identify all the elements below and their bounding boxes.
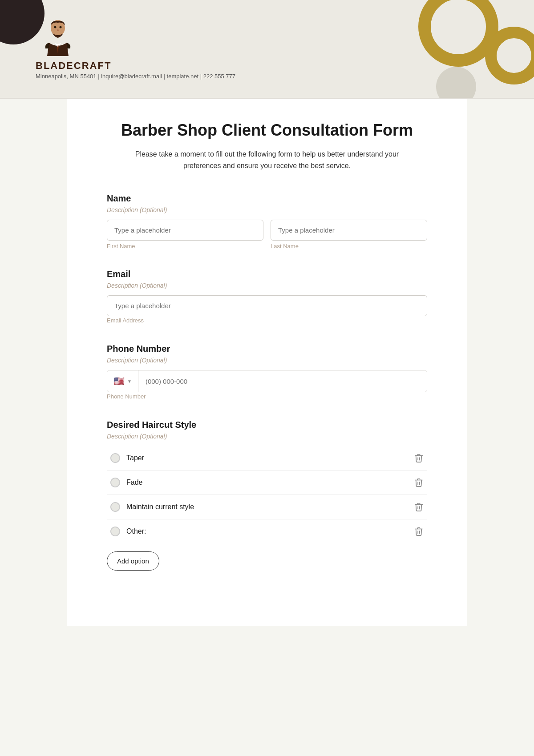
section-haircut-description: Description (Optional) xyxy=(107,433,427,440)
add-option-label: Add option xyxy=(117,557,149,565)
list-item: Taper xyxy=(107,446,427,470)
delete-taper-button[interactable] xyxy=(414,453,424,463)
list-item: Maintain current style xyxy=(107,495,427,519)
logo-icon xyxy=(36,18,80,58)
radio-option-fade-left: Fade xyxy=(110,478,142,487)
phone-input[interactable] xyxy=(138,370,427,392)
chevron-down-icon: ▼ xyxy=(127,379,132,384)
radio-option-maintain-left: Maintain current style xyxy=(110,502,194,512)
brand-info: Minneapolis, MN 55401 | inquire@bladecra… xyxy=(36,73,235,80)
radio-label-maintain: Maintain current style xyxy=(126,503,194,511)
delete-fade-button[interactable] xyxy=(414,478,424,487)
section-email: Email Description (Optional) Email Addre… xyxy=(107,269,427,324)
name-input-row: First Name Last Name xyxy=(107,220,427,249)
radio-circle-taper[interactable] xyxy=(110,453,120,463)
section-name-description: Description (Optional) xyxy=(107,206,427,213)
radio-circle-fade[interactable] xyxy=(110,478,120,487)
radio-circle-maintain[interactable] xyxy=(110,502,120,512)
decoration-circle-small xyxy=(436,67,476,98)
haircut-options-list: Taper Fade xyxy=(107,446,427,543)
svg-point-3 xyxy=(57,29,59,31)
section-haircut-label: Desired Haircut Style xyxy=(107,420,427,430)
delete-other-button[interactable] xyxy=(414,527,424,536)
section-name-label: Name xyxy=(107,193,427,204)
logo-area: BLADECRAFT Minneapolis, MN 55401 | inqui… xyxy=(36,18,235,80)
email-input[interactable] xyxy=(107,295,427,316)
last-name-input[interactable] xyxy=(271,220,427,241)
phone-sublabel: Phone Number xyxy=(107,393,146,400)
phone-country-selector[interactable]: 🇺🇸 ▼ xyxy=(107,370,138,392)
section-haircut: Desired Haircut Style Description (Optio… xyxy=(107,420,427,571)
svg-point-2 xyxy=(60,26,62,28)
form-title: Barber Shop Client Consultation Form xyxy=(107,121,427,140)
radio-label-taper: Taper xyxy=(126,454,144,462)
section-name: Name Description (Optional) First Name L… xyxy=(107,193,427,249)
form-description: Please take a moment to fill out the fol… xyxy=(116,149,418,171)
list-item: Fade xyxy=(107,470,427,495)
section-phone-label: Phone Number xyxy=(107,344,427,354)
svg-point-1 xyxy=(54,26,57,28)
delete-maintain-button[interactable] xyxy=(414,502,424,512)
radio-label-other: Other: xyxy=(126,527,146,535)
section-phone-description: Description (Optional) xyxy=(107,357,427,364)
radio-circle-other[interactable] xyxy=(110,527,120,536)
trash-icon xyxy=(414,453,424,463)
section-email-label: Email xyxy=(107,269,427,279)
section-phone: Phone Number Description (Optional) 🇺🇸 ▼… xyxy=(107,344,427,400)
flag-us-icon: 🇺🇸 xyxy=(113,376,125,386)
first-name-input[interactable] xyxy=(107,220,263,241)
last-name-group: Last Name xyxy=(271,220,427,249)
phone-row: 🇺🇸 ▼ xyxy=(107,370,427,392)
page-header: BLADECRAFT Minneapolis, MN 55401 | inqui… xyxy=(0,0,534,98)
add-option-button[interactable]: Add option xyxy=(107,551,159,571)
trash-icon xyxy=(414,502,424,512)
trash-icon xyxy=(414,527,424,536)
last-name-sublabel: Last Name xyxy=(271,243,427,249)
email-sublabel: Email Address xyxy=(107,317,144,324)
first-name-group: First Name xyxy=(107,220,263,249)
radio-option-other-left: Other: xyxy=(110,527,146,536)
radio-option-taper-left: Taper xyxy=(110,453,144,463)
radio-label-fade: Fade xyxy=(126,479,142,487)
section-email-description: Description (Optional) xyxy=(107,282,427,289)
brand-name: BLADECRAFT xyxy=(36,60,235,72)
first-name-sublabel: First Name xyxy=(107,243,263,249)
trash-icon xyxy=(414,478,424,487)
main-content: Barber Shop Client Consultation Form Ple… xyxy=(67,99,467,626)
list-item: Other: xyxy=(107,519,427,543)
